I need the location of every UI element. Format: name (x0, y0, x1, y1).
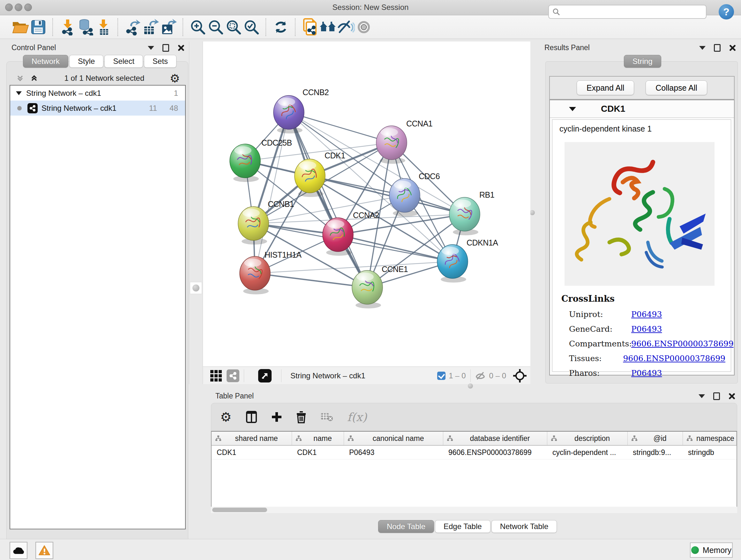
cell-description[interactable]: cyclin-dependent ... (547, 446, 628, 459)
results-panel-float-icon[interactable] (714, 44, 721, 52)
create-column-icon[interactable] (271, 412, 282, 422)
network-collection-row[interactable]: String Network – cdk1 1 (10, 85, 185, 101)
zoom-fit-icon[interactable] (225, 18, 243, 36)
collection-disclosure-icon[interactable] (16, 91, 22, 95)
crosslink-label: Pharos: (569, 368, 631, 378)
open-session-icon[interactable] (11, 18, 29, 36)
cell-shared-name[interactable]: CDK1 (212, 446, 292, 459)
network-node-cdkn1a[interactable]: CDKN1A (437, 238, 498, 283)
warnings-button[interactable] (36, 542, 53, 559)
new-network-from-selection-icon[interactable] (301, 18, 319, 36)
network-row-selected[interactable]: String Network – cdk1 11 48 (10, 101, 185, 116)
tab-edge-table[interactable]: Edge Table (435, 520, 490, 533)
cell-database-identifier[interactable]: 9606.ENSP00000378699 (443, 446, 547, 459)
open-in-window-icon[interactable] (258, 369, 272, 382)
expand-all-icon[interactable] (29, 73, 39, 83)
column-header-shared-name[interactable]: shared name (212, 432, 292, 445)
results-panel-menu-icon[interactable] (699, 46, 705, 50)
horizontal-splitter-handle[interactable] (468, 383, 473, 388)
table-panel-close-icon[interactable] (728, 393, 735, 400)
tab-style[interactable]: Style (69, 55, 104, 68)
tab-node-table[interactable]: Node Table (378, 520, 434, 533)
control-panel-float-icon[interactable] (162, 44, 169, 52)
save-session-icon[interactable] (29, 18, 47, 36)
network-edge[interactable] (255, 112, 289, 273)
delete-column-icon[interactable] (296, 411, 307, 423)
table-panel-menu-icon[interactable] (698, 394, 705, 398)
cell-name[interactable]: CDK1 (292, 446, 344, 459)
table-panel: Table Panel ⚙ f(x) shared namenamecanoni… (207, 388, 741, 535)
network-node-cdc25b[interactable]: CDC25B (230, 138, 292, 182)
network-view-canvas[interactable]: CCNB2CCNA1CDC25BCDK1CDC6RB1CCNB1CCNA2CDK… (203, 42, 530, 367)
memory-status-dot-icon (691, 546, 699, 554)
right-splitter-handle[interactable] (530, 210, 535, 215)
network-node-rb1[interactable]: RB1 (449, 190, 494, 235)
crosslink-link[interactable]: P06493 (631, 324, 662, 334)
table-panel-float-icon[interactable] (713, 392, 720, 400)
export-image-icon[interactable] (159, 18, 178, 36)
tab-network-table[interactable]: Network Table (491, 520, 557, 533)
gene-disclosure-icon[interactable] (569, 107, 576, 111)
horizontal-splitter[interactable] (203, 384, 741, 388)
tab-string[interactable]: String (624, 55, 661, 68)
column-header-database-identifier[interactable]: database identifier (443, 432, 547, 445)
left-splitter-handle[interactable] (190, 282, 202, 294)
network-edge[interactable] (289, 112, 392, 143)
table-settings-gear-icon[interactable]: ⚙ (220, 410, 232, 424)
string-app-icon[interactable] (226, 369, 239, 382)
column-header-@id[interactable]: @id (628, 432, 683, 445)
crosslink-link[interactable]: P06493 (631, 368, 662, 378)
cell-namespace[interactable]: stringdb (683, 446, 737, 459)
cell-@id[interactable]: stringdb:9... (628, 446, 683, 459)
column-header-namespace[interactable]: namespace (683, 432, 737, 445)
collapse-all-icon[interactable] (15, 73, 25, 83)
import-table-file-icon[interactable] (94, 18, 112, 36)
memory-button[interactable]: Memory (690, 543, 733, 558)
hide-selected-eye-icon[interactable] (337, 18, 355, 36)
zoom-in-icon[interactable] (189, 18, 207, 36)
control-panel-close-icon[interactable] (178, 44, 185, 51)
import-network-file-icon[interactable] (59, 18, 77, 36)
results-panel-close-icon[interactable] (729, 44, 736, 51)
show-all-eye-icon[interactable] (355, 18, 373, 36)
export-network-icon[interactable] (124, 18, 142, 36)
collapse-all-button[interactable]: Collapse All (646, 80, 707, 95)
tab-network[interactable]: Network (23, 55, 68, 68)
network-node-ccnb2[interactable]: CCNB2 (273, 88, 329, 133)
zoom-selected-icon[interactable] (243, 18, 260, 36)
help-icon[interactable]: ? (719, 4, 734, 19)
right-splitter[interactable] (530, 42, 535, 384)
left-splitter[interactable] (189, 42, 203, 384)
table-row[interactable]: CDK1CDK1P064939606.ENSP00000378699cyclin… (212, 446, 737, 459)
column-header-name[interactable]: name (292, 432, 344, 445)
cell-canonical-name[interactable]: P06493 (344, 446, 443, 459)
expand-all-button[interactable]: Expand All (577, 80, 634, 95)
crosslink-link[interactable]: 9606.ENSP00000378699 (623, 354, 725, 363)
birdseye-grid-icon[interactable] (209, 367, 223, 385)
houses-icon[interactable] (319, 18, 337, 36)
network-options-gear-icon[interactable]: ⚙ (170, 72, 180, 85)
selected-checkbox-icon[interactable] (437, 372, 446, 380)
column-header-description[interactable]: description (547, 432, 628, 445)
network-node-ccna1[interactable]: CCNA1 (376, 119, 432, 164)
network-edge[interactable] (338, 235, 453, 261)
tab-select[interactable]: Select (105, 55, 143, 68)
table-horizontal-scrollbar[interactable] (211, 507, 737, 513)
crosslink-link[interactable]: 9606.ENSP00000378699 (631, 339, 734, 348)
network-edge[interactable] (255, 273, 367, 287)
gene-card-header[interactable]: CDK1 (550, 100, 734, 118)
export-table-icon[interactable] (142, 18, 159, 36)
control-panel-menu-icon[interactable] (148, 46, 154, 50)
search-input[interactable] (548, 5, 706, 19)
fit-selected-crosshair-icon[interactable] (513, 368, 527, 383)
refresh-icon[interactable] (272, 18, 290, 36)
tab-sets[interactable]: Sets (144, 55, 177, 68)
import-network-database-icon[interactable] (77, 18, 94, 36)
cloud-button[interactable] (10, 542, 27, 559)
column-header-canonical-name[interactable]: canonical name (344, 432, 443, 445)
table-scrollbar-thumb[interactable] (212, 508, 267, 512)
crosslink-link[interactable]: P06493 (631, 310, 662, 319)
show-columns-icon[interactable] (246, 411, 257, 423)
zoom-out-icon[interactable] (207, 18, 225, 36)
network-edge[interactable] (289, 112, 367, 287)
